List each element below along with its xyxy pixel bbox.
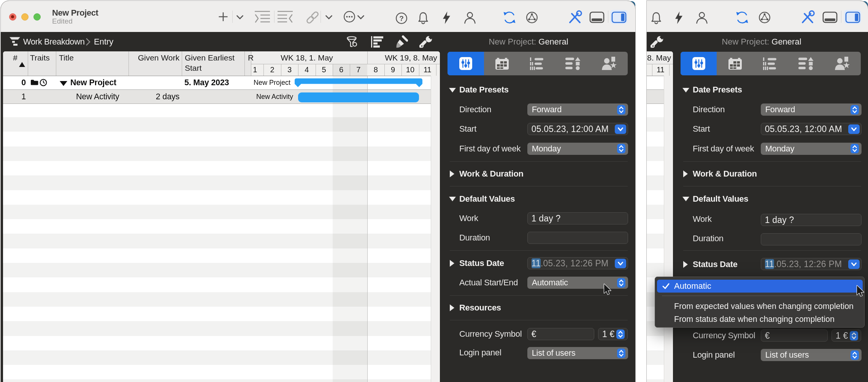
svg-text:?: ? [399,14,404,22]
